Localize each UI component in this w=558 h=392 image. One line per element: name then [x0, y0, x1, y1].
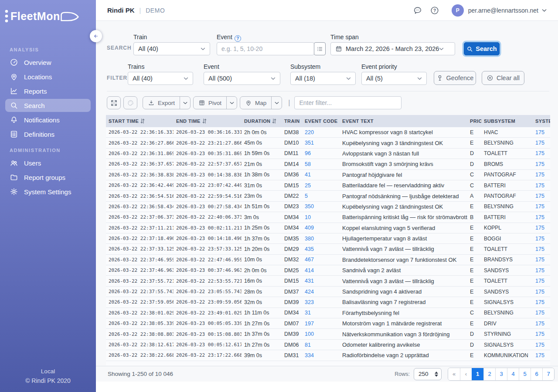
table-row[interactable]: 2026-03-22 22:36:54.5162026-03-22 22:59:…	[106, 191, 550, 201]
cell-system[interactable]: 175	[533, 352, 550, 358]
map-button[interactable]: Map	[240, 97, 271, 109]
cell-system[interactable]: 175	[533, 172, 550, 178]
page-button-5[interactable]: 5	[519, 368, 531, 380]
event-help-icon[interactable]: ?	[235, 35, 241, 42]
cell-system[interactable]: 175	[533, 182, 550, 189]
cell-system[interactable]: 175	[533, 150, 550, 156]
table-row[interactable]: 2026-03-22 22:37:33.1252026-03-22 23:57:…	[106, 244, 550, 254]
table-row[interactable]: 2026-03-22 22:38:05.3392026-03-23 00:05:…	[106, 318, 550, 329]
cell-system[interactable]: 175	[533, 321, 550, 327]
sidebar-collapse-button[interactable]	[90, 30, 102, 42]
cell-system[interactable]: 175	[533, 267, 550, 274]
table-row[interactable]: 2026-03-22 22:37:55.7432026-03-22 23:05:…	[106, 287, 550, 297]
train-select[interactable]: All (40)	[133, 42, 210, 55]
cell-system[interactable]: 175	[533, 310, 550, 316]
export-dropdown-arrow[interactable]	[180, 97, 190, 109]
cell-system[interactable]: 175	[533, 289, 550, 295]
palette-button[interactable]	[123, 96, 137, 109]
page-button-2[interactable]: 2	[483, 368, 495, 380]
table-row[interactable]: 2026-03-22 22:37:06.3732026-03-22 22:40:…	[106, 212, 550, 223]
fullscreen-button[interactable]	[107, 96, 121, 109]
cell-code[interactable]: 197	[302, 321, 340, 327]
table-row[interactable]: 2026-03-22 22:38:01.0292026-03-22 23:49:…	[106, 308, 550, 318]
table-row[interactable]: 2026-03-22 22:38:08.8032026-03-23 00:15:…	[106, 329, 550, 339]
column-header-event-code[interactable]: EVENT CODE	[302, 118, 340, 124]
sidebar-item-definitions[interactable]: Definitions	[5, 128, 91, 141]
timespan-select[interactable]: March 22, 2026 - March 23, 2026	[330, 42, 455, 55]
search-button[interactable]: Search	[464, 42, 500, 55]
event-priority-filter-select[interactable]: All (5)	[361, 72, 427, 85]
page-button-3[interactable]: 3	[495, 368, 507, 380]
table-row[interactable]: 2026-03-22 22:38:22.6682026-03-22 23:17:…	[106, 350, 550, 361]
prev-page-button[interactable]: ‹	[460, 368, 472, 380]
sort-icon[interactable]	[140, 118, 145, 124]
column-header-prio[interactable]: PRIO	[467, 118, 481, 124]
table-row[interactable]: 2026-03-22 22:37:59.0562026-03-22 23:09:…	[106, 297, 550, 308]
column-header-train[interactable]: TRAIN	[282, 118, 302, 124]
sidebar-item-notifications[interactable]: Notifications	[5, 113, 91, 126]
export-button[interactable]: Export	[143, 97, 180, 109]
sidebar-item-users[interactable]: Users	[5, 156, 91, 169]
cell-code[interactable]: 380	[302, 236, 340, 242]
sidebar-item-system-settings[interactable]: System Settings	[5, 185, 91, 198]
cell-code[interactable]: 100	[302, 331, 340, 337]
help-icon[interactable]: ?	[430, 6, 439, 15]
event-filter-select[interactable]: All (500)	[204, 72, 280, 85]
first-page-button[interactable]: «	[448, 368, 460, 380]
page-button-1[interactable]: 1	[472, 368, 483, 380]
cell-code[interactable]: 58	[302, 161, 340, 167]
cell-system[interactable]: 175	[533, 214, 550, 220]
cell-code[interactable]: 41	[302, 172, 340, 178]
cell-code[interactable]: 220	[302, 129, 340, 135]
avatar[interactable]: P	[452, 4, 464, 17]
cell-code[interactable]: 5	[302, 193, 340, 199]
sort-icon[interactable]	[272, 118, 276, 124]
page-button-7[interactable]: 7	[542, 368, 554, 380]
cell-code[interactable]: 467	[302, 257, 340, 263]
sidebar-item-report-groups[interactable]: Report groups	[5, 171, 91, 184]
table-row[interactable]: 2026-03-22 22:37:55.7212026-03-22 22:53:…	[106, 276, 550, 286]
chevron-down-icon[interactable]	[542, 9, 547, 12]
table-row[interactable]: 2026-03-22 22:36:42.4492026-03-22 23:07:…	[106, 180, 550, 191]
cell-code[interactable]: 424	[302, 289, 340, 295]
cell-code[interactable]: 334	[302, 352, 340, 358]
table-row[interactable]: 2026-03-22 22:37:46.9592026-03-22 22:47:…	[106, 255, 550, 265]
cell-system[interactable]: 175	[533, 140, 550, 146]
cell-system[interactable]: 175	[533, 299, 550, 305]
table-row[interactable]: 2026-03-22 22:37:11.2112026-03-23 00:02:…	[106, 223, 550, 233]
table-row[interactable]: 2026-03-22 22:36:16.3312026-03-23 00:36:…	[106, 127, 550, 138]
sidebar-item-reports[interactable]: Reports	[5, 84, 91, 98]
table-row[interactable]: 2026-03-22 22:37:18.4902026-03-23 00:14:…	[106, 233, 550, 244]
cell-code[interactable]: 81	[302, 342, 340, 348]
cell-code[interactable]: 323	[302, 299, 340, 305]
cell-system[interactable]: 175	[533, 161, 550, 167]
table-row[interactable]: 2026-03-22 22:36:31.8692026-03-23 00:35:…	[106, 149, 550, 159]
cell-code[interactable]: 96	[302, 150, 340, 156]
cell-code[interactable]: 435	[302, 246, 340, 252]
chat-icon[interactable]	[413, 6, 422, 15]
cell-code[interactable]: 431	[302, 278, 340, 284]
cell-system[interactable]: 175	[533, 246, 550, 252]
cell-system[interactable]: 175	[533, 257, 550, 263]
pivot-button[interactable]: Pivot	[194, 97, 226, 109]
rows-per-page-select[interactable]: 250	[414, 368, 442, 380]
cell-system[interactable]: 175	[533, 193, 550, 199]
page-button-6[interactable]: 6	[531, 368, 542, 380]
cell-code[interactable]: 350	[302, 203, 340, 210]
cell-code[interactable]: 351	[302, 140, 340, 146]
cell-system[interactable]: 175	[533, 225, 550, 231]
table-row[interactable]: 2026-03-22 22:36:37.6572026-03-22 22:57:…	[106, 159, 550, 169]
column-header-system[interactable]: SYSTEM	[533, 118, 550, 124]
cell-system[interactable]: 175	[533, 236, 550, 242]
user-email[interactable]: per.arne@lennartsson.net	[468, 7, 538, 14]
cell-code[interactable]: 414	[302, 267, 340, 274]
cell-code[interactable]: 25	[302, 182, 340, 189]
column-header-event-text[interactable]: EVENT TEXT	[340, 118, 467, 124]
cell-system[interactable]: 175	[533, 342, 550, 348]
sidebar-item-overview[interactable]: Overview	[5, 56, 91, 69]
cell-system[interactable]: 175	[533, 203, 550, 210]
pivot-dropdown-arrow[interactable]	[226, 97, 237, 109]
trains-filter-select[interactable]: All (40)	[128, 72, 193, 85]
event-list-button[interactable]	[314, 42, 326, 55]
sort-icon[interactable]	[202, 118, 207, 124]
